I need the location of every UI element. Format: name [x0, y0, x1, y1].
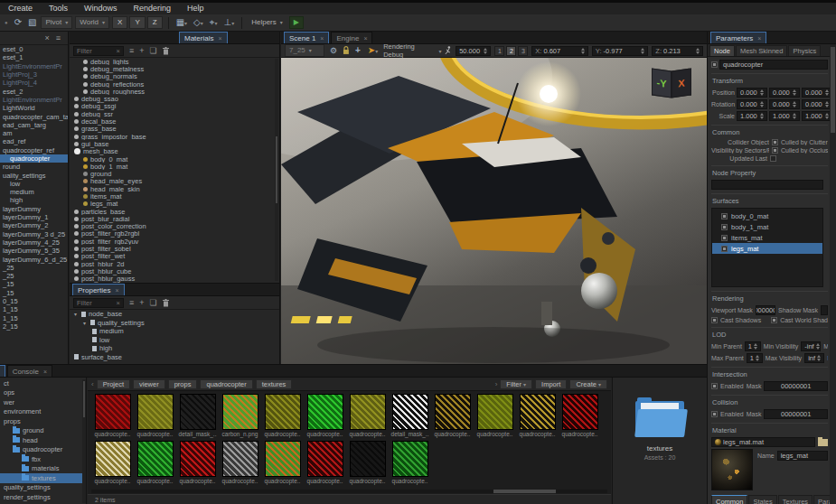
- materials-scrollbar[interactable]: [275, 59, 278, 281]
- material-item[interactable]: post_filter_rgb2rgbl: [70, 230, 279, 238]
- gizmo-face-x[interactable]: X: [672, 68, 691, 98]
- parameters-subtab[interactable]: Node: [709, 45, 735, 56]
- close-icon[interactable]: ×: [115, 287, 118, 294]
- material-item[interactable]: mesh_base: [70, 148, 279, 155]
- asset-tree-item[interactable]: wer: [0, 397, 86, 407]
- material-file-field[interactable]: legs_mat.mat: [711, 437, 815, 447]
- close-icon[interactable]: ×: [218, 35, 221, 42]
- breadcrumb-item[interactable]: viewer: [133, 379, 165, 389]
- asset-tree-item[interactable]: textures: [0, 473, 86, 483]
- breadcrumb-item[interactable]: textures: [256, 379, 293, 389]
- close-icon[interactable]: ×: [363, 35, 367, 42]
- asset-tree-item[interactable]: ct: [0, 378, 86, 388]
- lod-visibility-field[interactable]: inf: [804, 353, 824, 363]
- property-item[interactable]: ▾ medium: [70, 327, 279, 336]
- material-item[interactable]: ground: [70, 170, 279, 177]
- close-icon[interactable]: ×: [320, 35, 324, 42]
- expand-arrow-icon[interactable]: ▾: [83, 320, 88, 326]
- material-item[interactable]: debug_reflections: [70, 80, 279, 88]
- spinner-arrows[interactable]: [581, 48, 585, 54]
- viewport-tab[interactable]: Scene 1 ×: [284, 32, 329, 43]
- expand-arrow-icon[interactable]: ▾: [74, 311, 79, 317]
- asset-thumbnail[interactable]: quadrocopte..: [134, 441, 176, 485]
- material-item[interactable]: debug_ssao: [70, 95, 279, 102]
- material-item[interactable]: debug_lights: [70, 58, 279, 65]
- material-item[interactable]: debug_metalness: [70, 65, 279, 72]
- material-item[interactable]: debug_ssgi: [70, 103, 279, 110]
- lock-icon[interactable]: [343, 46, 350, 55]
- tab-properties[interactable]: Properties×: [72, 284, 125, 295]
- hierarchy-view-icon[interactable]: ≡: [129, 298, 134, 308]
- hierarchy-node[interactable]: layerDummy_3 d_25: [0, 230, 68, 238]
- axis-button[interactable]: Y: [129, 16, 145, 29]
- asset-thumbnail[interactable]: quadrocopte..: [176, 441, 219, 485]
- material-item[interactable]: decal_base: [70, 117, 279, 125]
- hierarchy-node[interactable]: layerDummy_2: [0, 221, 68, 229]
- material-item[interactable]: grass_impostor_base: [70, 133, 279, 140]
- material-item[interactable]: post_hblur_cube: [70, 267, 279, 275]
- asset-thumbnail[interactable]: quadrocopte..: [431, 394, 474, 438]
- hierarchy-node[interactable]: LightEnvironmentPr: [0, 62, 68, 70]
- hierarchy-view-icon[interactable]: ≡: [129, 46, 134, 56]
- snap-vertex-icon[interactable]: ◇▾: [192, 16, 205, 30]
- surface-checkbox[interactable]: [721, 235, 728, 241]
- move-tool-icon[interactable]: +: [353, 44, 362, 57]
- asset-thumbnail[interactable]: detail_mask_..: [176, 394, 219, 438]
- hierarchy-node[interactable]: quadrocopter: [0, 154, 68, 163]
- surface-checkbox[interactable]: [721, 213, 728, 219]
- material-item[interactable]: legs_mat: [70, 201, 279, 208]
- bottom-tab[interactable]: Asset Browser ×: [0, 365, 5, 377]
- asset-tree-item[interactable]: render_settings: [0, 492, 86, 502]
- camera-preset-dropdown[interactable]: 7_25▾: [285, 44, 324, 57]
- tab-parameters[interactable]: Parameters×: [710, 32, 766, 43]
- material-item[interactable]: items_mat: [70, 192, 279, 200]
- material-item[interactable]: head_male_skin: [70, 185, 279, 192]
- asset-thumbnail[interactable]: quadrocopte..: [91, 441, 134, 485]
- asset-tree-item[interactable]: head: [0, 435, 86, 445]
- asset-tree-item[interactable]: quadrocopter: [0, 445, 86, 455]
- camera-speed-field[interactable]: 50.000: [456, 46, 491, 56]
- viewport-canvas[interactable]: -Y X: [281, 58, 707, 364]
- hierarchy-node[interactable]: _15: [0, 280, 68, 288]
- delete-property-icon[interactable]: [163, 299, 169, 307]
- create-dropdown[interactable]: Create ▾: [569, 379, 607, 389]
- forward-icon[interactable]: ›: [495, 380, 498, 388]
- axis-button[interactable]: Z: [147, 16, 163, 29]
- space-dropdown[interactable]: World▾: [75, 16, 109, 29]
- hierarchy-node[interactable]: layerDummy_4_25: [0, 238, 68, 247]
- material-item[interactable]: body_0_mat: [70, 155, 279, 163]
- material-item[interactable]: gui_base: [70, 140, 279, 147]
- cast-world-shadows-checkbox[interactable]: [771, 317, 777, 323]
- asset-tree-item[interactable]: materials: [0, 464, 86, 474]
- materials-filter-input[interactable]: Filter×: [73, 46, 124, 56]
- hierarchy-node[interactable]: LightEnvironmentPr: [0, 96, 68, 104]
- node-name-field[interactable]: quadrocopter: [719, 60, 828, 70]
- asset-tree-item[interactable]: ground: [0, 426, 86, 436]
- speed-preset-button[interactable]: 3: [518, 46, 528, 56]
- asset-thumbnail[interactable]: quadrocopte..: [304, 441, 346, 485]
- delete-material-icon[interactable]: [163, 47, 169, 55]
- rendering-debug-dropdown[interactable]: Rendering Debug: [383, 42, 435, 59]
- menu-item[interactable]: Tools: [41, 3, 76, 14]
- hierarchy-node[interactable]: layerDummy_5_35: [0, 247, 68, 255]
- gear-icon[interactable]: ⚙: [328, 44, 339, 57]
- hierarchy-node[interactable]: LightProj_3: [0, 70, 68, 79]
- surface-item[interactable]: items_mat: [712, 232, 822, 243]
- hierarchy-node[interactable]: 2_15: [0, 322, 68, 331]
- surface-item[interactable]: legs_mat: [712, 243, 822, 254]
- intersection-mask-field[interactable]: 00000001: [764, 381, 828, 391]
- asset-thumbnail[interactable]: quadrocopte..: [559, 394, 601, 438]
- asset-thumbnail[interactable]: quadrocopte..: [134, 394, 176, 438]
- transform-field-y[interactable]: 0.000: [769, 88, 800, 98]
- list-options-icon[interactable]: ≡: [56, 33, 61, 43]
- hierarchy-node[interactable]: layerDummy_6_d_25: [0, 255, 68, 263]
- hierarchy-node[interactable]: _25: [0, 264, 68, 272]
- hierarchy-node[interactable]: medium: [0, 188, 68, 196]
- asset-tree-item[interactable]: props: [0, 416, 86, 426]
- asset-grid-scrollbar[interactable]: [91, 490, 607, 493]
- material-name-field[interactable]: legs_mat: [777, 451, 828, 461]
- spinner-arrows[interactable]: [696, 48, 700, 54]
- material-item[interactable]: post_blur_radial: [70, 215, 279, 222]
- transform-field-z[interactable]: 0.000: [802, 88, 832, 98]
- property-item[interactable]: ▾ surface_base: [70, 353, 279, 362]
